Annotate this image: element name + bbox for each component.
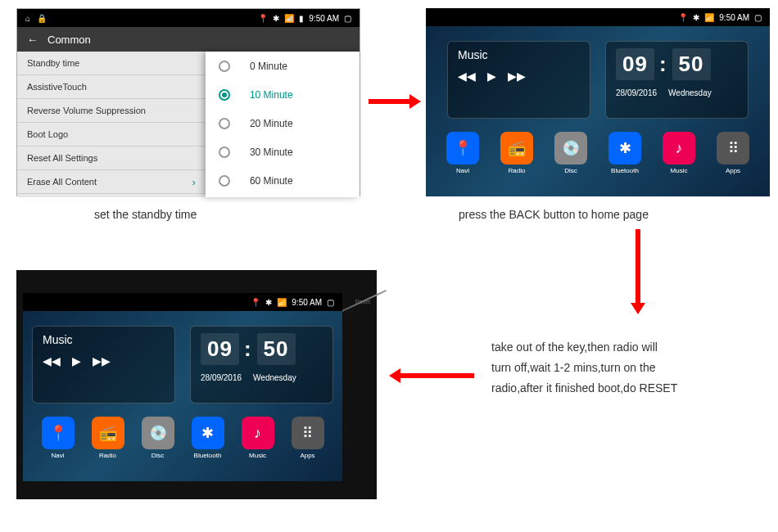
clock-text: 9:50 AM — [309, 14, 339, 23]
clock-sep: : — [244, 336, 252, 362]
app-label: Disc — [564, 167, 577, 174]
list-item-reset[interactable]: Reset All Settings — [17, 147, 206, 170]
play-button[interactable]: ▶ — [72, 354, 81, 367]
android-icon: ▢ — [344, 14, 351, 23]
caption-reset: take out of the key,then radio will turn… — [491, 337, 770, 399]
app-label: Apps — [726, 167, 740, 174]
clock-day: Wednesday — [668, 88, 712, 97]
app-dock: 📍Navi📻Radio💿Disc✱Bluetooth♪Music⠿Apps — [426, 127, 770, 181]
play-button[interactable]: ▶ — [487, 70, 496, 83]
status-bar: 📍✱📶9:50 AM▢ — [426, 8, 770, 26]
location-icon: 📍 — [678, 13, 688, 22]
signal-icon: ▮ — [299, 14, 304, 23]
radio-icon — [219, 61, 230, 72]
radio-icon — [219, 118, 230, 129]
popup-option-10[interactable]: 10 Minute — [206, 80, 360, 109]
app-label: Apps — [300, 452, 314, 459]
app-label: Disc — [152, 452, 165, 459]
app-bluetooth[interactable]: ✱Bluetooth — [608, 132, 641, 174]
app-apps[interactable]: ⠿Apps — [292, 417, 324, 459]
status-bar: 📍✱📶9:50 AM▢ — [23, 293, 342, 311]
app-apps[interactable]: ⠿Apps — [717, 132, 749, 174]
clock-hour: 09 — [616, 48, 654, 80]
music-card[interactable]: Music ◀◀ ▶ ▶▶ — [32, 326, 175, 404]
wifi-icon: 📶 — [284, 14, 294, 23]
app-label: Navi — [51, 452, 64, 459]
list-item-bootlogo[interactable]: Boot Logo — [17, 123, 206, 147]
app-label: Bluetooth — [611, 167, 639, 174]
app-music[interactable]: ♪Music — [663, 132, 695, 174]
app-label: Bluetooth — [194, 452, 222, 459]
next-button[interactable]: ▶▶ — [508, 70, 526, 83]
location-icon: 📍 — [258, 14, 268, 23]
app-label: Music — [249, 452, 266, 459]
settings-title: Common — [47, 34, 91, 46]
clock-min: 50 — [257, 333, 296, 365]
popup-option-20[interactable]: 20 Minute — [206, 109, 360, 138]
next-button[interactable]: ▶▶ — [93, 354, 111, 367]
navi-icon: 📍 — [42, 417, 75, 449]
prev-button[interactable]: ◀◀ — [43, 354, 61, 367]
app-disc[interactable]: 💿Disc — [142, 417, 174, 459]
device-photo-panel: Reset 📍✱📶9:50 AM▢ Music ◀◀ ▶ ▶▶ 09 : 50 — [16, 270, 377, 499]
list-item-erase[interactable]: Erase All Content› — [17, 170, 206, 194]
caption-back: press the BACK button to home page — [459, 208, 649, 221]
back-button[interactable]: ← — [27, 34, 38, 46]
music-title: Music — [43, 333, 165, 346]
disc-icon: 💿 — [554, 132, 587, 165]
disc-icon: 💿 — [142, 417, 174, 449]
bluetooth-icon: ✱ — [693, 13, 699, 22]
app-navi[interactable]: 📍Navi — [42, 417, 75, 459]
app-music[interactable]: ♪Music — [242, 417, 274, 459]
clock-day: Wednesday — [253, 373, 296, 382]
bluetooth-icon: ✱ — [273, 14, 279, 23]
popup-option-0[interactable]: 0 Minute — [206, 52, 360, 80]
arrow-right-icon — [369, 94, 421, 109]
bluetooth-icon: ✱ — [608, 132, 641, 165]
clock-sep: : — [659, 52, 667, 77]
clock-min: 50 — [672, 48, 711, 80]
settings-header: ← Common — [17, 27, 360, 52]
music-icon: ♪ — [663, 132, 695, 165]
popup-option-30[interactable]: 30 Minute — [206, 138, 360, 166]
prev-button[interactable]: ◀◀ — [458, 70, 476, 83]
android-icon: ▢ — [754, 13, 762, 22]
status-bar: ⌂🔒 📍✱📶▮9:50 AM▢ — [17, 9, 360, 27]
location-icon: 📍 — [251, 298, 260, 307]
standby-popup: 0 Minute 10 Minute 20 Minute 30 Minute 6… — [206, 52, 360, 197]
apps-icon: ⠿ — [292, 417, 324, 449]
app-dock: 📍Navi📻Radio💿Disc✱Bluetooth♪Music⠿Apps — [23, 412, 342, 466]
list-item-reverse[interactable]: Reverse Volume Suppression — [17, 99, 206, 123]
home-panel: 📍✱📶9:50 AM▢ Music ◀◀ ▶ ▶▶ 09 : 50 28/09/… — [426, 8, 770, 196]
radio-icon — [219, 175, 230, 187]
app-radio[interactable]: 📻Radio — [92, 417, 124, 459]
caption-standby: set the standby time — [94, 208, 197, 221]
music-icon: ♪ — [242, 417, 274, 449]
settings-panel: ⌂🔒 📍✱📶▮9:50 AM▢ ← Common Standby time As… — [16, 8, 360, 196]
clock-card[interactable]: 09 : 50 28/09/2016 Wednesday — [605, 41, 749, 119]
popup-option-60[interactable]: 60 Minute — [206, 166, 360, 195]
list-item-assistive[interactable]: AssistiveTouch — [17, 75, 206, 99]
clock-hour: 09 — [201, 333, 239, 365]
app-label: Navi — [456, 167, 469, 174]
music-title: Music — [458, 48, 580, 61]
app-navi[interactable]: 📍Navi — [446, 132, 479, 174]
bluetooth-icon: ✱ — [265, 298, 272, 307]
app-bluetooth[interactable]: ✱Bluetooth — [192, 417, 224, 459]
clock-text: 9:50 AM — [719, 13, 749, 22]
arrow-left-icon — [389, 368, 474, 383]
app-label: Radio — [99, 452, 116, 459]
app-disc[interactable]: 💿Disc — [554, 132, 587, 174]
app-label: Music — [671, 167, 688, 174]
list-item-standby[interactable]: Standby time — [17, 52, 206, 75]
clock-date: 28/09/2016 — [616, 88, 657, 97]
app-radio[interactable]: 📻Radio — [500, 132, 533, 174]
clock-card[interactable]: 09 : 50 28/09/2016 Wednesday — [190, 326, 333, 404]
home-icon: ⌂ — [25, 14, 30, 23]
bluetooth-icon: ✱ — [192, 417, 224, 449]
music-card[interactable]: Music ◀◀ ▶ ▶▶ — [447, 41, 590, 119]
radio-icon: 📻 — [92, 417, 124, 449]
radio-icon — [219, 89, 230, 101]
signal-icon: 📶 — [277, 298, 287, 307]
settings-list: Standby time AssistiveTouch Reverse Volu… — [17, 52, 206, 197]
